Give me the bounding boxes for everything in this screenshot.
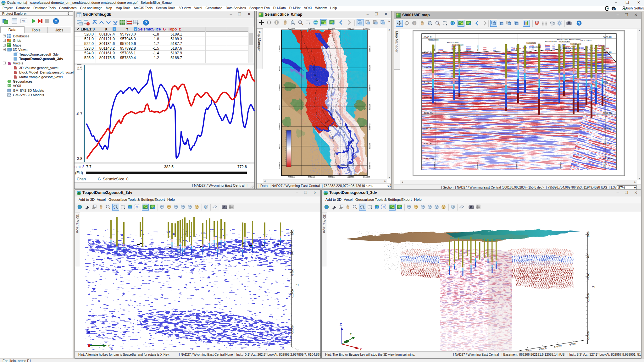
- svg-text:?: ?: [55, 19, 57, 24]
- svg-text:6000 RL: 6000 RL: [603, 36, 613, 39]
- svg-text:8000 RL: 8000 RL: [603, 142, 613, 145]
- svg-text:4000 RL: 4000 RL: [424, 51, 433, 54]
- svg-text:965000: 965000: [279, 65, 280, 71]
- svg-text:6000 RL: 6000 RL: [424, 36, 433, 39]
- svg-text:49025109O600: 49025109O600: [452, 44, 464, 46]
- svg-text:950000: 950000: [369, 123, 371, 130]
- svg-text:3000: 3000: [507, 93, 511, 95]
- svg-text:810000: 810000: [363, 28, 370, 30]
- svg-text:795000: 795000: [308, 176, 315, 178]
- svg-text:1000: 1000: [519, 96, 523, 98]
- svg-text:-20000: -20000: [587, 331, 590, 340]
- svg-text:2000 RL: 2000 RL: [603, 66, 613, 69]
- svg-text:490252319600: 490252319600: [447, 41, 458, 43]
- svg-text:4000: 4000: [575, 94, 579, 96]
- svg-text:2000: 2000: [526, 95, 530, 96]
- svg-text:960000: 960000: [560, 162, 562, 169]
- svg-text:10000 RL: 10000 RL: [603, 157, 614, 160]
- svg-text:1000 RUS: 1000 RUS: [532, 46, 540, 48]
- svg-text:?: ?: [145, 20, 147, 25]
- svg-text:i: i: [414, 21, 414, 25]
- svg-text:1000 RUS: 1000 RUS: [595, 45, 603, 47]
- svg-text:Z: Z: [296, 284, 299, 286]
- svg-text:490251092500: 490251092500: [558, 41, 570, 43]
- svg-text:i: i: [276, 21, 277, 25]
- svg-text:Z: Z: [592, 286, 596, 288]
- svg-text:0X: 0X: [22, 20, 25, 23]
- svg-text:490250642600: 490250642600: [545, 41, 557, 42]
- svg-text:950000: 950000: [477, 162, 479, 169]
- svg-text:945000: 945000: [434, 162, 436, 169]
- svg-text:-5000: -5000: [291, 269, 294, 276]
- svg-text:4000: 4000: [561, 107, 564, 109]
- svg-text:790000: 790000: [288, 28, 295, 30]
- svg-text:32: 32: [383, 206, 385, 208]
- svg-text:2000 RL: 2000 RL: [424, 96, 433, 99]
- svg-text:795000: 795000: [308, 28, 315, 30]
- svg-text:Z: Z: [87, 326, 89, 331]
- svg-text:2000 RL: 2000 RL: [603, 96, 613, 99]
- svg-text:940000: 940000: [369, 162, 371, 169]
- svg-text:790000: 790000: [288, 176, 295, 178]
- svg-text:960000: 960000: [279, 84, 280, 91]
- svg-text:4902511O1700: 4902511O1700: [569, 43, 581, 45]
- svg-text:955000: 955000: [369, 104, 371, 111]
- svg-text:X: X: [359, 348, 362, 351]
- svg-text:10000 RL: 10000 RL: [424, 157, 435, 160]
- svg-text:965000: 965000: [369, 65, 371, 72]
- svg-text:955000: 955000: [516, 162, 518, 169]
- svg-text:4000 RL: 4000 RL: [603, 112, 613, 114]
- svg-text:4000 RL: 4000 RL: [424, 112, 433, 114]
- svg-text:970000: 970000: [369, 46, 371, 52]
- svg-text:1000: 1000: [455, 80, 459, 82]
- svg-text:970000: 970000: [279, 45, 280, 52]
- svg-text:965000: 965000: [603, 162, 605, 169]
- svg-text:b2: b2: [452, 206, 454, 208]
- svg-text:805000: 805000: [347, 28, 354, 30]
- svg-text:Z: Z: [340, 322, 342, 327]
- svg-text:0 RL: 0 RL: [603, 80, 608, 83]
- svg-text:0.0: 0.0: [291, 251, 294, 255]
- svg-text:Y: Y: [350, 332, 352, 336]
- svg-text:5000: 5000: [587, 231, 590, 237]
- svg-text:2000 RL: 2000 RL: [424, 66, 433, 69]
- svg-text:490252276001 490252280800: 490252276001 490252280800: [557, 38, 580, 40]
- svg-text:6000 RL: 6000 RL: [603, 127, 613, 130]
- svg-text:32: 32: [136, 206, 138, 208]
- svg-text:805000: 805000: [347, 176, 354, 178]
- svg-text:950000: 950000: [279, 123, 280, 130]
- svg-text:960000: 960000: [369, 85, 371, 91]
- svg-text:?: ?: [578, 21, 580, 25]
- svg-text:-10000: -10000: [291, 289, 294, 298]
- svg-text:49025102338: 49025102338: [428, 39, 439, 41]
- svg-text:0 RL: 0 RL: [424, 80, 429, 83]
- svg-text:800000: 800000: [328, 176, 335, 178]
- svg-text:4000: 4000: [461, 103, 464, 105]
- svg-text:1000 RUS: 1000 RUS: [563, 47, 571, 49]
- svg-text:-10000: -10000: [587, 293, 590, 302]
- svg-text:2000: 2000: [565, 79, 569, 81]
- svg-text:b2: b2: [205, 206, 208, 208]
- svg-text:8000 RL: 8000 RL: [424, 142, 433, 145]
- svg-text:945000: 945000: [369, 143, 371, 150]
- svg-text:49025109196: 49025109196: [525, 42, 536, 44]
- svg-text:800000: 800000: [328, 28, 335, 30]
- svg-text:95300: 95300: [569, 342, 576, 346]
- svg-text:950000: 950000: [477, 45, 479, 51]
- svg-text:940000: 940000: [279, 162, 280, 169]
- svg-text:810000: 810000: [363, 176, 370, 178]
- svg-text:6000 RL: 6000 RL: [424, 127, 433, 130]
- svg-text:945000: 945000: [279, 143, 280, 149]
- svg-text:3000: 3000: [434, 102, 438, 104]
- svg-text:955000: 955000: [279, 104, 280, 110]
- svg-text:1000: 1000: [541, 89, 544, 91]
- svg-text:490252304000: 490252304000: [580, 40, 592, 41]
- svg-text:0.0: 0.0: [587, 254, 590, 258]
